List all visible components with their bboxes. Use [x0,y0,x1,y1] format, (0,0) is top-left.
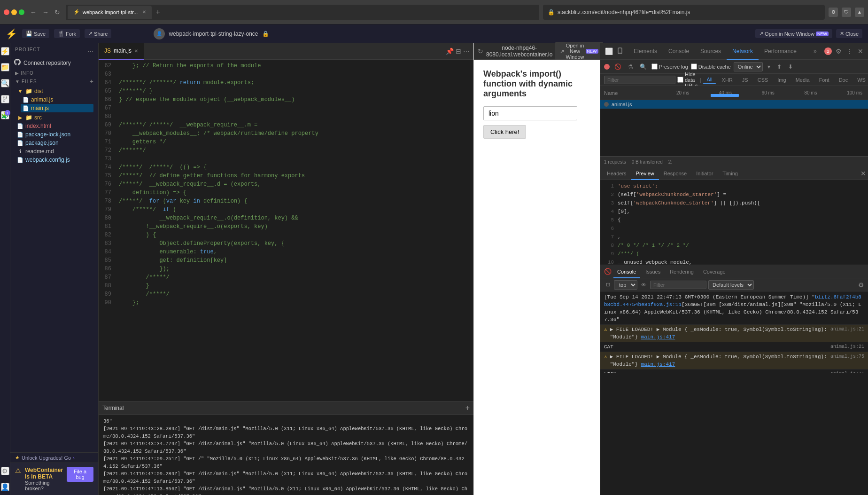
split-editor-btn[interactable]: ⊟ [456,47,461,55]
preserve-log-label[interactable]: Preserve log [651,63,688,70]
preview-search-input[interactable] [483,106,577,120]
tab-close-icon[interactable]: ✕ [134,48,138,54]
network-export-btn[interactable]: ⬇ [786,63,795,71]
address-bar[interactable]: 🔒 [543,5,825,20]
console-link-main-2[interactable]: main.js:417 [641,361,675,367]
address-input[interactable] [558,9,820,16]
terminal-add-btn[interactable]: + [465,404,470,412]
code-lines[interactable]: }; // Return the exports of the module /… [115,60,473,401]
filter-tag-font[interactable]: Font [815,77,833,83]
console-settings-btn[interactable]: ⚙ [858,281,864,289]
extension-icon-2[interactable]: 🛡 [842,8,851,17]
devtools-inspect-btn[interactable]: ⬜ [604,47,614,56]
console-link-main[interactable]: main.js:417 [641,334,675,340]
new-tab-btn[interactable]: + [154,8,162,16]
new-file-btn[interactable]: + [90,78,93,85]
preserve-log-checkbox[interactable] [651,63,658,70]
window-close-btn[interactable] [4,9,9,15]
filter-tag-ws[interactable]: WS [853,77,868,83]
pin-tab-btn[interactable]: 📌 [446,47,454,55]
file-tree-item-main-js[interactable]: 📄 main.js [21,104,93,112]
filter-tag-js[interactable]: JS [738,77,752,83]
fork-btn[interactable]: 🍴 Fork [54,29,80,38]
network-record-btn[interactable] [604,64,610,70]
devtools-settings-btn[interactable]: ⚙ [835,47,843,56]
window-minimize-btn[interactable] [11,9,17,15]
share-btn[interactable]: ↗ Share [85,29,111,38]
preview-tab-headers[interactable]: Headers [602,167,631,180]
console-eye-btn[interactable]: 👁 [639,281,648,289]
project-options-btn[interactable]: … [87,46,93,53]
window-maximize-btn[interactable] [19,9,24,15]
nav-refresh-btn[interactable]: ↻ [53,8,62,17]
sidebar-icon-lightning[interactable]: ⚡ [1,47,9,55]
devtools-tab-performance[interactable]: Performance [759,43,802,60]
open-preview-new-window-btn[interactable]: ↗ Open in New Window NEW [555,42,603,61]
open-new-window-btn[interactable]: ↗ Open in New Window NEW [755,29,832,38]
hide-data-urls-checkbox[interactable] [677,77,683,83]
close-preview-btn[interactable]: ✕ Close [836,29,862,38]
file-tree-item-readme[interactable]: ℹ readme.md [15,147,93,156]
disable-cache-label[interactable]: Disable cache [691,63,731,70]
sidebar-icon-search[interactable]: 🔍 [1,79,9,87]
preview-tab-response[interactable]: Response [659,167,692,180]
terminal-content[interactable]: 36" [2021-09-14T19:43:28.289Z] "GET /dis… [99,415,473,495]
console-clear-btn[interactable]: 🚫 [604,268,612,275]
devtools-device-btn[interactable] [616,47,624,56]
extension-icon-3[interactable]: ▲ [855,8,864,17]
console-stream-btn[interactable]: ⊡ [604,281,612,289]
sidebar-icon-files[interactable]: 📁 [1,63,9,71]
file-tree-item-package-lock[interactable]: 📄 package-lock.json [15,130,93,139]
filter-tag-media[interactable]: Media [792,77,814,83]
connect-repo-btn[interactable]: Connect repository [10,56,98,70]
network-throttle-btn[interactable]: ▾ [766,63,772,71]
devtools-tab-console[interactable]: Console [663,43,695,60]
more-tabs-btn[interactable]: ⋯ [463,47,470,55]
filter-tag-css[interactable]: CSS [754,77,772,83]
save-btn[interactable]: 💾 Save [22,29,49,38]
devtools-tab-network[interactable]: Network [727,43,759,60]
sidebar-icon-extensions[interactable]: 🧩 1 [1,111,9,119]
preview-tab-timing[interactable]: Timing [718,167,743,180]
network-filter-input[interactable] [604,76,675,84]
terminal-tab[interactable]: Terminal [102,405,124,411]
file-tree-item-package-json[interactable]: 📄 package.json [15,139,93,147]
network-filter-btn[interactable]: ⚗ [626,63,635,71]
console-tab-console[interactable]: Console [613,265,640,278]
devtools-tab-sources[interactable]: Sources [695,43,727,60]
sidebar-icon-account[interactable]: 👤 [1,483,9,491]
info-section-header[interactable]: ▶ INFO [15,71,93,76]
file-bug-btn[interactable]: File a bug [67,467,93,482]
nav-back-btn[interactable]: ← [28,8,39,17]
disable-cache-checkbox[interactable] [691,63,697,70]
devtools-close-btn[interactable]: ✕ [857,47,864,56]
console-tab-rendering[interactable]: Rendering [666,265,698,278]
tab-close-btn[interactable]: ✕ [142,9,146,15]
file-tree-item-dist[interactable]: ▼ 📁 dist [15,87,93,95]
console-content[interactable]: [Tue Sep 14 2021 22:47:13 GMT+0300 (East… [600,291,868,373]
file-tree-item-index-html[interactable]: 📄 index.html [15,122,93,130]
filter-tag-img[interactable]: Img [774,77,790,83]
code-preview-area[interactable]: 1'use strict'; 2(self['webpackChunknode_… [600,180,868,265]
editor-tab-main-js[interactable]: JS main.js ✕ [99,43,144,60]
file-tree-item-animal-js[interactable]: 📄 animal.js [21,95,93,104]
nav-forward-btn[interactable]: → [40,8,51,17]
preview-panel-close-btn[interactable]: ✕ [860,170,866,177]
network-item-animal-js[interactable]: animal.js [600,100,868,109]
upgrade-banner[interactable]: ★ Unlock Upgrades! Go › [10,452,98,463]
console-tab-issues[interactable]: Issues [642,265,664,278]
preview-click-btn[interactable]: Click here! [483,125,526,139]
devtools-tab-more[interactable]: » [808,43,819,60]
sidebar-icon-git[interactable] [1,95,9,103]
preview-refresh-btn[interactable]: ↻ [478,47,483,55]
throttle-select[interactable]: Online [734,62,763,71]
extension-icon-1[interactable]: ⚙ [829,8,838,17]
filter-tag-all[interactable]: All [703,76,716,84]
console-level-select[interactable]: Default levels [708,280,754,290]
file-tree-item-src[interactable]: ▶ 📁 src [15,113,93,122]
preview-tab-preview[interactable]: Preview [631,167,659,180]
file-tree-item-webpack-config[interactable]: 📄 webpack.config.js [15,156,93,164]
filter-tag-xhr[interactable]: XHR [718,77,736,83]
console-top-selector[interactable]: top [614,280,637,290]
network-import-btn[interactable]: ⬆ [775,63,783,71]
